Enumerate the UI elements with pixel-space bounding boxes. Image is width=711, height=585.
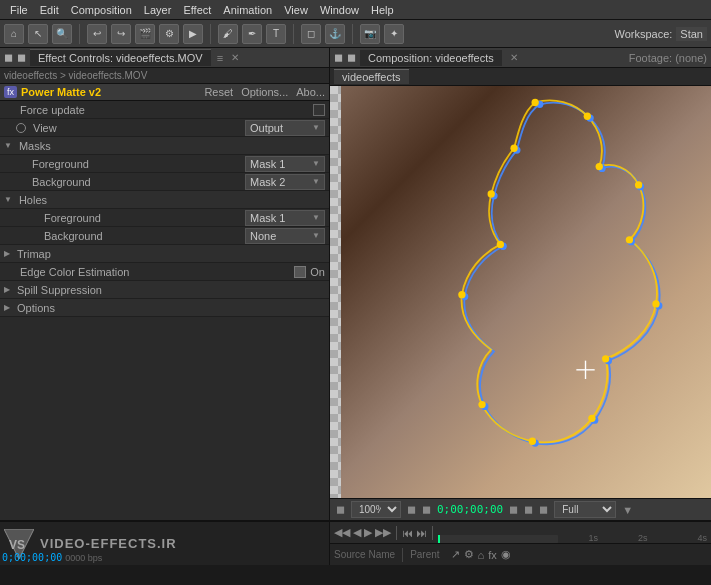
toolbar-separator-1 — [79, 24, 80, 44]
tl-play-btn[interactable]: ▶ — [364, 526, 372, 539]
timeline-area: ◀◀ ◀ ▶ ▶▶ ⏮ ⏭ 1s 2s 4s Source Name Paren… — [330, 522, 711, 565]
svg-point-23 — [478, 401, 485, 408]
menu-animation[interactable]: Animation — [217, 4, 278, 16]
film-icon[interactable]: 🎬 — [135, 24, 155, 44]
force-update-label: Force update — [16, 104, 313, 116]
menu-window[interactable]: Window — [314, 4, 365, 16]
zoom-select[interactable]: 100% 50% 200% — [351, 501, 401, 518]
masks-fg-label: Foreground — [28, 158, 245, 170]
menu-file[interactable]: File — [4, 4, 34, 16]
options-section[interactable]: ▶ Options — [0, 299, 329, 317]
comp-bottom-icon3: ◼ — [422, 503, 431, 516]
bottom-controls: 0;00;00;00 0000 bps — [2, 552, 102, 563]
force-update-checkbox[interactable] — [313, 104, 325, 116]
timeline-ruler-bar[interactable] — [438, 535, 558, 543]
videoeffects-tab[interactable]: videoeffects — [334, 69, 409, 84]
menu-edit[interactable]: Edit — [34, 4, 65, 16]
panel-close-btn[interactable]: ✕ — [231, 52, 239, 63]
pointer-icon[interactable]: ↖ — [28, 24, 48, 44]
zoom-icon[interactable]: 🔍 — [52, 24, 72, 44]
tl-bottom-icon4[interactable]: fx — [488, 549, 497, 561]
shape-icon[interactable]: ◻ — [301, 24, 321, 44]
brush-icon[interactable]: 🖌 — [218, 24, 238, 44]
view-label: View — [29, 122, 245, 134]
tl-bottom-icon1[interactable]: ↗ — [451, 548, 460, 561]
holes-triangle: ▼ — [4, 195, 12, 204]
view-dropdown[interactable]: Output ▼ — [245, 120, 325, 136]
spill-section[interactable]: ▶ Spill Suppression — [0, 281, 329, 299]
footage-label: Footage: (none) — [629, 52, 707, 64]
comp-tab[interactable]: Composition: videoeffects — [360, 50, 502, 66]
edge-color-row: Edge Color Estimation On — [0, 263, 329, 281]
playhead — [438, 535, 440, 543]
tl-bottom-icon3[interactable]: ⌂ — [478, 549, 485, 561]
svg-point-25 — [497, 241, 504, 248]
quality-select[interactable]: Full Half Quarter — [554, 501, 616, 518]
comp-bottom-icon4: ◼ — [509, 503, 518, 516]
panel-icon2: ◼ — [17, 51, 26, 64]
menu-view[interactable]: View — [278, 4, 314, 16]
tl-icon2[interactable]: ◀ — [353, 526, 361, 539]
anchor-icon[interactable]: ⚓ — [325, 24, 345, 44]
svg-point-20 — [602, 355, 609, 362]
svg-point-22 — [529, 438, 536, 445]
masks-fg-dropdown[interactable]: Mask 1 ▼ — [245, 156, 325, 172]
svg-text:VS: VS — [9, 538, 25, 552]
holes-bg-row: Background None ▼ — [0, 227, 329, 245]
holes-section[interactable]: ▼ Holes — [0, 191, 329, 209]
masks-section[interactable]: ▼ Masks — [0, 137, 329, 155]
ruler-mark-4s: 4s — [697, 533, 707, 543]
masks-bg-arrow: ▼ — [312, 177, 320, 186]
panel-menu-icon[interactable]: ≡ — [217, 52, 223, 64]
comp-bottom-dropdown-arrow[interactable]: ▼ — [622, 504, 633, 516]
tl-icon6[interactable]: ⏭ — [416, 527, 427, 539]
about-button[interactable]: Abo... — [296, 86, 325, 98]
transform-icon[interactable]: ✦ — [384, 24, 404, 44]
svg-point-19 — [652, 300, 659, 307]
camera-icon[interactable]: 📷 — [360, 24, 380, 44]
comp-tab-close[interactable]: ✕ — [510, 52, 518, 63]
workspace-value[interactable]: Stan — [676, 27, 707, 41]
options-button[interactable]: Options... — [241, 86, 288, 98]
tl-separator2 — [432, 526, 433, 540]
redo-icon[interactable]: ↪ — [111, 24, 131, 44]
edge-color-checkbox[interactable] — [294, 266, 306, 278]
masks-fg-arrow: ▼ — [312, 159, 320, 168]
undo-icon[interactable]: ↩ — [87, 24, 107, 44]
spill-triangle: ▶ — [4, 285, 10, 294]
fx-badge: fx — [4, 86, 17, 98]
breadcrumb: videoeffects > videoeffects.MOV — [0, 68, 329, 84]
edge-color-value: On — [310, 266, 325, 278]
masks-bg-value: Mask 2 — [250, 176, 285, 188]
text-icon[interactable]: T — [266, 24, 286, 44]
options-label: Options — [13, 302, 325, 314]
menu-composition[interactable]: Composition — [65, 4, 138, 16]
svg-point-26 — [488, 190, 495, 197]
masks-bg-row: Background Mask 2 ▼ — [0, 173, 329, 191]
menu-layer[interactable]: Layer — [138, 4, 178, 16]
holes-fg-row: Foreground Mask 1 ▼ — [0, 209, 329, 227]
comp-canvas[interactable] — [330, 86, 711, 498]
home-icon[interactable]: ⌂ — [4, 24, 24, 44]
trimap-section[interactable]: ▶ Trimap — [0, 245, 329, 263]
holes-bg-dropdown[interactable]: None ▼ — [245, 228, 325, 244]
reset-button[interactable]: Reset — [204, 86, 233, 98]
tl-icon1[interactable]: ◀◀ — [334, 526, 350, 539]
view-dropdown-arrow: ▼ — [312, 123, 320, 132]
pen-icon[interactable]: ✒ — [242, 24, 262, 44]
tl-icon4[interactable]: ▶▶ — [375, 526, 391, 539]
render-icon[interactable]: ▶ — [183, 24, 203, 44]
tl-bottom-icon5[interactable]: ◉ — [501, 548, 511, 561]
tl-bottom-icon2[interactable]: ⚙ — [464, 548, 474, 561]
menu-effect[interactable]: Effect — [177, 4, 217, 16]
svg-point-14 — [531, 99, 538, 106]
holes-fg-dropdown[interactable]: Mask 1 ▼ — [245, 210, 325, 226]
settings-icon[interactable]: ⚙ — [159, 24, 179, 44]
tl-icon5[interactable]: ⏮ — [402, 527, 413, 539]
source-name-label: Source Name — [334, 549, 395, 560]
masks-bg-dropdown[interactable]: Mask 2 ▼ — [245, 174, 325, 190]
time-display: 0;00;00;00 — [2, 552, 62, 563]
menu-help[interactable]: Help — [365, 4, 400, 16]
effect-controls-tab[interactable]: Effect Controls: videoeffects.MOV — [30, 49, 211, 66]
comp-bottom-icon2: ◼ — [407, 503, 416, 516]
